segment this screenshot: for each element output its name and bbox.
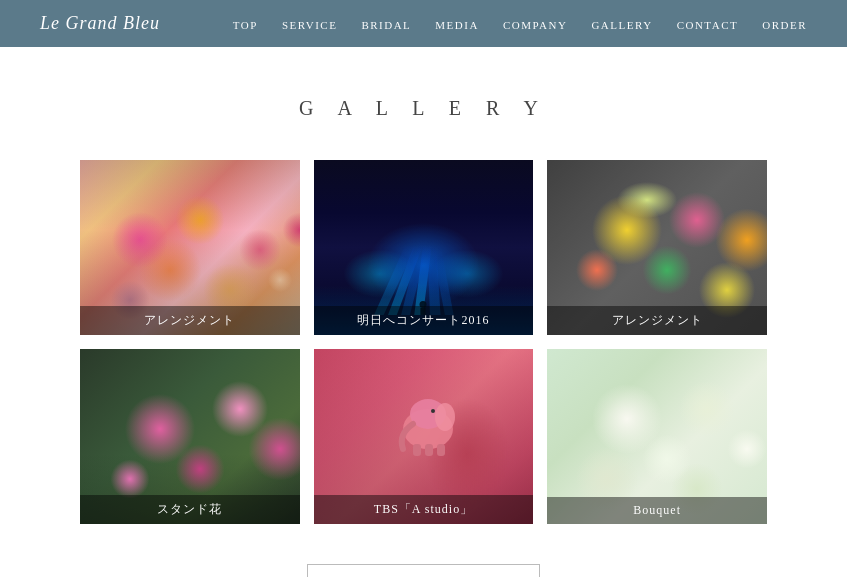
svg-rect-14 xyxy=(437,444,445,456)
gallery-caption: スタンド花 xyxy=(80,495,300,524)
nav-media[interactable]: MEDIA xyxy=(435,19,479,31)
gallery-caption: アレンジメント xyxy=(547,306,767,335)
gallery-item[interactable]: TBS「A studio」 xyxy=(314,349,534,524)
page-content: G A L L E R Y アレンジメント xyxy=(0,47,847,577)
svg-rect-12 xyxy=(413,444,421,456)
gallery-caption: 明日へコンサート2016 xyxy=(314,306,534,335)
gallery-item[interactable]: Bouquet xyxy=(547,349,767,524)
gallery-caption: Bouquet xyxy=(547,497,767,524)
nav-order[interactable]: ORDER xyxy=(762,19,807,31)
gallery-item[interactable]: アレンジメント xyxy=(80,160,300,335)
navigation: Le Grand Bleu TOP SERVICE BRIDAL MEDIA C… xyxy=(0,0,847,47)
gallery-caption: アレンジメント xyxy=(80,306,300,335)
gallery-item[interactable]: 明日へコンサート2016 xyxy=(314,160,534,335)
gallery-item[interactable]: スタンド花 xyxy=(80,349,300,524)
gallery-grid: アレンジメント xyxy=(80,160,767,524)
svg-point-11 xyxy=(431,409,435,413)
nav-links: TOP SERVICE BRIDAL MEDIA COMPANY GALLERY… xyxy=(233,15,807,33)
nav-top[interactable]: TOP xyxy=(233,19,258,31)
view-all-button[interactable]: View ALL xyxy=(307,564,540,577)
page-title: G A L L E R Y xyxy=(80,97,767,120)
nav-company[interactable]: COMPANY xyxy=(503,19,568,31)
view-all-wrapper: View ALL xyxy=(80,564,767,577)
gallery-item[interactable]: アレンジメント xyxy=(547,160,767,335)
site-logo[interactable]: Le Grand Bleu xyxy=(40,13,160,34)
nav-bridal[interactable]: BRIDAL xyxy=(361,19,411,31)
gallery-caption: TBS「A studio」 xyxy=(314,495,534,524)
svg-rect-13 xyxy=(425,444,433,456)
nav-gallery[interactable]: GALLERY xyxy=(591,19,652,31)
nav-service[interactable]: SERVICE xyxy=(282,19,337,31)
svg-point-10 xyxy=(435,403,455,431)
nav-contact[interactable]: CONTACT xyxy=(677,19,739,31)
